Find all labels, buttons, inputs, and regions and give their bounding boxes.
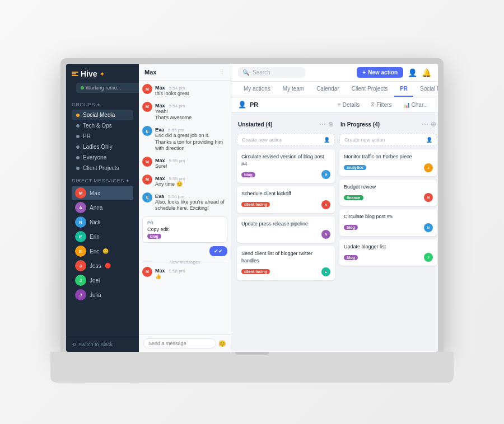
pr-inline-card[interactable]: PR Copy edit blog: [142, 216, 227, 243]
groups-section: GROUPS + Social Media Tech & Ops: [66, 98, 139, 175]
kanban-board: Unstarted (4) ⋯ ⊕ Create new action 👤: [231, 112, 438, 352]
tab-pr[interactable]: PR: [394, 82, 413, 97]
col-add-icon[interactable]: ⊕: [431, 120, 436, 128]
card-title: Send client list of blogger twitter hand…: [241, 250, 330, 264]
chat-header: Max ⋮: [139, 64, 231, 81]
emoji-icon[interactable]: 😊: [218, 340, 226, 347]
dm-name-nick: Nick: [90, 219, 100, 225]
dm-item-jess[interactable]: J Jess 🔴: [72, 258, 133, 273]
new-action-button[interactable]: + New action: [357, 67, 403, 78]
group-label: Social Media: [83, 112, 115, 118]
sidebar-item-everyone[interactable]: Everyone: [72, 152, 133, 163]
chart-button[interactable]: 📊 Char...: [400, 101, 431, 109]
dm-section-title: DIRECT MESSAGES +: [72, 178, 133, 183]
chat-message: M Max 5:55 pm Any time 😊: [142, 175, 227, 188]
col-menu-icon[interactable]: ⋯: [319, 120, 326, 128]
dm-section: DIRECT MESSAGES + M Max A Anna: [66, 175, 139, 337]
column-header: Unstarted (4) ⋯ ⊕: [237, 118, 335, 130]
tab-social-media[interactable]: Social Media: [414, 82, 438, 97]
msg-content: Max 5:55 pm Sure!: [155, 157, 227, 170]
dm-item-erin[interactable]: E Erin: [72, 229, 133, 244]
workspace-section: Working remo...: [66, 83, 139, 98]
sidebar-item-client-projects[interactable]: Client Projects: [72, 163, 133, 173]
sidebar-header: Hive ✦: [66, 64, 139, 83]
kanban-card[interactable]: Circulate blog post #5 blog N: [339, 209, 437, 236]
dm-name-jess: Jess: [90, 263, 101, 269]
chat-input-area: 😊: [139, 335, 231, 352]
hive-logo: Hive ✦: [72, 69, 104, 78]
dm-item-julia[interactable]: J Julia: [72, 288, 133, 302]
notification-icon[interactable]: 🔔: [422, 68, 431, 77]
dm-item-anna[interactable]: A Anna: [72, 200, 133, 215]
dm-name-erin: Erin: [90, 234, 100, 240]
kanban-card[interactable]: Budget review finance M: [339, 180, 437, 206]
card-title: Circulate blog post #5: [344, 213, 433, 220]
eric-emoji: 😊: [102, 248, 109, 254]
kanban-card[interactable]: Circulate revised version of blog post #…: [237, 149, 335, 183]
tab-client-projects[interactable]: Client Projects: [346, 82, 393, 97]
switch-to-slack-btn[interactable]: ⟲ Switch to Slack: [72, 342, 133, 347]
msg-sender: Eva: [155, 127, 164, 133]
sub-bar-right: ≡ Details ⧖ Filters 📊 Char...: [334, 100, 431, 109]
dm-item-max[interactable]: M Max: [72, 186, 133, 200]
laptop-base: [50, 352, 454, 383]
create-action-unstarted[interactable]: Create new action 👤: [237, 134, 335, 146]
msg-avatar: E: [142, 126, 152, 136]
message-input[interactable]: [143, 338, 216, 348]
msg-avatar: M: [142, 102, 152, 112]
workspace-status-dot: [81, 86, 84, 89]
msg-sender: Max: [155, 85, 165, 91]
pr-card-label: PR: [147, 220, 222, 225]
dm-name-joel: Joel: [90, 277, 100, 284]
sidebar-item-social-media[interactable]: Social Media: [72, 110, 133, 120]
tab-calendar[interactable]: Calendar: [311, 82, 345, 97]
msg-time: 5:54 pm: [169, 86, 185, 91]
switch-label: Switch to Slack: [78, 342, 113, 347]
filter-icon: ⧖: [371, 101, 375, 108]
sidebar-bottom: ⟲ Switch to Slack: [66, 337, 139, 352]
sidebar-item-ladies-only[interactable]: Ladies Only: [72, 142, 133, 152]
group-label: Tech & Ops: [83, 123, 112, 129]
search-box[interactable]: 🔍 Search: [238, 67, 305, 78]
msg-text: 👍: [155, 274, 227, 280]
hive-plus: ✦: [100, 71, 104, 77]
tab-my-team[interactable]: My team: [277, 82, 310, 97]
column-actions: ⋯ ⊕: [422, 120, 436, 128]
dm-item-joel[interactable]: J Joel: [72, 273, 133, 288]
dm-item-nick[interactable]: N Nick: [72, 215, 133, 229]
sidebar-item-pr[interactable]: PR: [72, 131, 133, 142]
avatar-julia: J: [75, 289, 86, 300]
user-icon[interactable]: 👤: [408, 68, 417, 77]
chat-messages: M Max 5:54 pm this looks great M: [139, 81, 231, 335]
col-add-icon[interactable]: ⊕: [328, 120, 334, 128]
column-title: In Progress (4): [340, 121, 380, 128]
chat-menu-icon[interactable]: ⋮: [219, 68, 225, 76]
kanban-card[interactable]: Send client list of blogger twitter hand…: [237, 246, 335, 280]
msg-sender: Max: [155, 103, 165, 109]
chat-message: E Eva 5:56 pm Also, looks like you're ah…: [142, 192, 227, 212]
workspace-button[interactable]: Working remo...: [76, 83, 139, 93]
msg-sender: Max: [155, 176, 165, 181]
laptop-wrapper: Hive ✦ Working remo...: [50, 58, 454, 383]
msg-text: Also, looks like you're ahead of schedul…: [155, 199, 227, 212]
msg-text: this looks great: [155, 91, 227, 97]
sidebar-item-tech-ops[interactable]: Tech & Ops: [72, 120, 133, 131]
kanban-card[interactable]: Monitor traffic on Forbes piece analytic…: [339, 149, 437, 176]
kanban-card[interactable]: Schedule client kickoff client facing A: [237, 186, 335, 213]
chat-message-sent: ✔✔: [142, 245, 227, 257]
app-container: Hive ✦ Working remo...: [66, 64, 438, 352]
tab-my-actions[interactable]: My actions: [238, 82, 276, 97]
kanban-card[interactable]: Update blogger list blog J: [339, 239, 437, 266]
col-menu-icon[interactable]: ⋯: [422, 120, 428, 128]
kanban-card[interactable]: Update press release pipeline N: [237, 216, 335, 243]
hive-logo-icon: [72, 72, 78, 76]
msg-text: Thanks a ton for providing him with dire…: [155, 139, 227, 152]
dm-item-eric[interactable]: E Eric 😊: [72, 244, 133, 258]
avatar-anna: A: [75, 202, 86, 213]
msg-text: Sure!: [155, 163, 227, 170]
create-action-inprogress[interactable]: Create new action 👤: [339, 134, 437, 146]
details-button[interactable]: ≡ Details: [334, 101, 363, 109]
filters-button[interactable]: ⧖ Filters: [367, 100, 395, 109]
new-action-label: New action: [368, 69, 398, 76]
msg-sender: Max: [155, 268, 165, 274]
